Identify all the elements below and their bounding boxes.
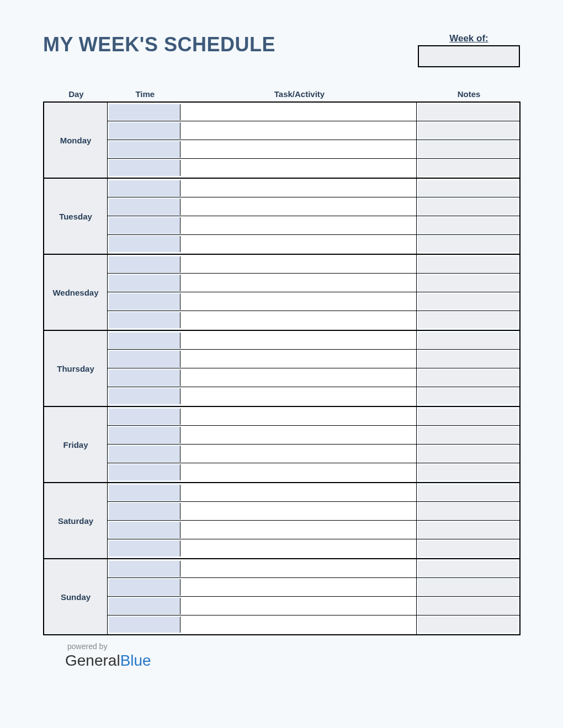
day-group: Tuesday <box>44 179 519 255</box>
task-cell[interactable] <box>180 539 417 558</box>
time-cell[interactable] <box>109 409 180 425</box>
time-cell[interactable] <box>109 579 180 596</box>
notes-cell[interactable] <box>418 485 518 501</box>
notes-cell[interactable] <box>418 409 518 425</box>
column-header-notes: Notes <box>418 89 520 99</box>
time-cell[interactable] <box>109 617 180 633</box>
time-cell[interactable] <box>109 598 180 614</box>
week-of-input[interactable] <box>418 45 520 67</box>
schedule-row <box>108 521 519 539</box>
task-cell[interactable] <box>180 292 417 311</box>
time-cell[interactable] <box>109 217 180 234</box>
task-cell[interactable] <box>180 255 417 273</box>
notes-cell[interactable] <box>418 579 518 596</box>
day-label: Saturday <box>44 483 108 558</box>
task-cell[interactable] <box>180 502 417 520</box>
task-cell[interactable] <box>180 597 417 615</box>
task-cell[interactable] <box>180 216 417 234</box>
task-cell[interactable] <box>180 615 417 634</box>
task-cell[interactable] <box>180 350 417 368</box>
task-cell[interactable] <box>180 197 417 216</box>
schedule-row <box>108 311 519 330</box>
notes-cell[interactable] <box>418 312 518 328</box>
task-cell[interactable] <box>180 426 417 444</box>
task-cell[interactable] <box>180 235 417 254</box>
schedule-row <box>108 197 519 216</box>
notes-cell[interactable] <box>418 180 518 196</box>
day-label: Sunday <box>44 559 108 634</box>
task-cell[interactable] <box>180 274 417 292</box>
task-cell[interactable] <box>180 103 417 121</box>
notes-cell[interactable] <box>418 598 518 614</box>
notes-cell[interactable] <box>418 256 518 272</box>
notes-cell[interactable] <box>418 160 518 176</box>
notes-cell[interactable] <box>418 122 518 139</box>
notes-cell[interactable] <box>418 104 518 120</box>
time-cell[interactable] <box>109 122 180 139</box>
notes-cell[interactable] <box>418 446 518 462</box>
notes-cell[interactable] <box>418 141 518 158</box>
notes-cell[interactable] <box>418 370 518 386</box>
notes-cell[interactable] <box>418 522 518 538</box>
notes-cell[interactable] <box>418 464 518 480</box>
time-cell[interactable] <box>109 503 180 520</box>
time-cell[interactable] <box>109 427 180 443</box>
task-cell[interactable] <box>180 179 417 197</box>
notes-cell[interactable] <box>418 217 518 234</box>
schedule-row <box>108 159 519 178</box>
time-cell[interactable] <box>109 333 180 349</box>
notes-cell[interactable] <box>418 617 518 633</box>
time-cell[interactable] <box>109 199 180 215</box>
schedule-row <box>108 350 519 368</box>
task-cell[interactable] <box>180 387 417 406</box>
time-cell[interactable] <box>109 464 180 480</box>
task-cell[interactable] <box>180 463 417 482</box>
time-cell[interactable] <box>109 293 180 310</box>
time-cell[interactable] <box>109 485 180 501</box>
task-cell[interactable] <box>180 559 417 577</box>
time-cell[interactable] <box>109 388 180 404</box>
time-cell[interactable] <box>109 540 180 556</box>
task-cell[interactable] <box>180 578 417 596</box>
notes-cell[interactable] <box>418 540 518 556</box>
time-cell[interactable] <box>109 256 180 272</box>
notes-cell[interactable] <box>418 333 518 349</box>
notes-cell[interactable] <box>418 199 518 215</box>
schedule-row <box>108 445 519 463</box>
time-cell[interactable] <box>109 275 180 291</box>
schedule-row <box>108 274 519 292</box>
notes-cell[interactable] <box>418 503 518 520</box>
task-cell[interactable] <box>180 368 417 387</box>
time-cell[interactable] <box>109 446 180 462</box>
time-cell[interactable] <box>109 561 180 577</box>
task-cell[interactable] <box>180 159 417 178</box>
task-cell[interactable] <box>180 311 417 330</box>
time-cell[interactable] <box>109 180 180 196</box>
task-cell[interactable] <box>180 445 417 463</box>
task-cell[interactable] <box>180 483 417 501</box>
time-cell[interactable] <box>109 141 180 158</box>
task-cell[interactable] <box>180 121 417 140</box>
task-cell[interactable] <box>180 521 417 539</box>
task-cell[interactable] <box>180 407 417 425</box>
notes-cell[interactable] <box>418 561 518 577</box>
time-cell[interactable] <box>109 370 180 386</box>
schedule-row <box>108 331 519 350</box>
schedule-row <box>108 255 519 274</box>
notes-cell[interactable] <box>418 388 518 404</box>
time-cell[interactable] <box>109 236 180 252</box>
notes-cell[interactable] <box>418 351 518 367</box>
notes-cell[interactable] <box>418 275 518 291</box>
task-cell[interactable] <box>180 140 417 158</box>
time-cell[interactable] <box>109 522 180 538</box>
time-cell[interactable] <box>109 160 180 176</box>
notes-cell[interactable] <box>418 293 518 310</box>
time-cell[interactable] <box>109 312 180 328</box>
schedule-row <box>108 559 519 578</box>
task-cell[interactable] <box>180 331 417 349</box>
week-of-label: Week of: <box>418 33 520 44</box>
time-cell[interactable] <box>109 351 180 367</box>
time-cell[interactable] <box>109 104 180 120</box>
notes-cell[interactable] <box>418 236 518 252</box>
notes-cell[interactable] <box>418 427 518 443</box>
